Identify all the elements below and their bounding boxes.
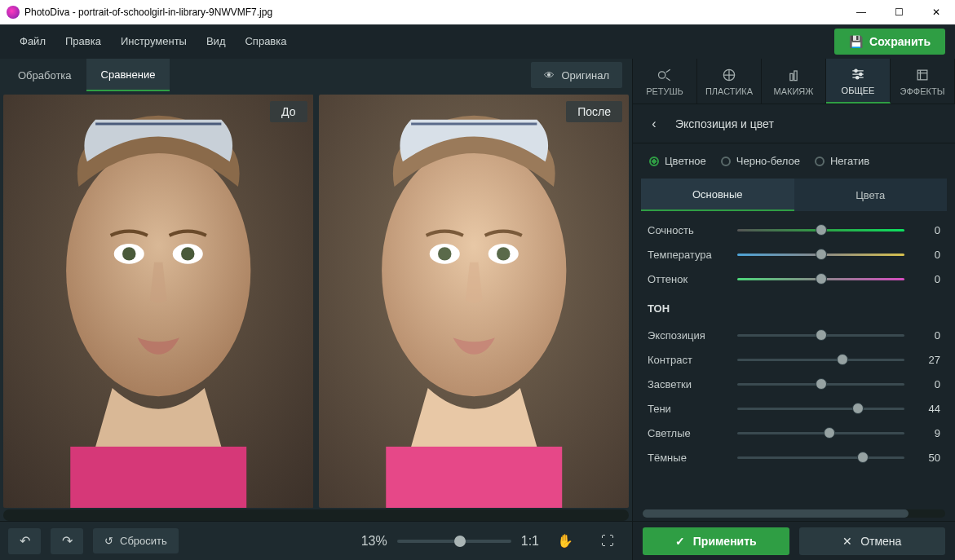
bottom-toolbar: ↶ ↷ ↺ Сбросить 13% 1:1 ✋ ⛶ (0, 521, 632, 560)
maximize-button[interactable]: ☐ (880, 0, 917, 24)
slider-tint[interactable]: Оттенок 0 (648, 267, 940, 291)
cancel-button[interactable]: ✕ Отмена (799, 527, 946, 555)
tool-retouch[interactable]: РЕТУШЬ (633, 59, 697, 104)
radio-color[interactable]: Цветное (649, 155, 706, 167)
color-mode-radios: Цветное Черно-белое Негатив (633, 143, 955, 179)
tool-makeup[interactable]: МАКИЯЖ (762, 59, 826, 104)
slider-blacks[interactable]: Тёмные 50 (648, 445, 940, 470)
sliders-area: Сочность 0 Температура 0 Оттенок 0 ТОН Э… (633, 211, 955, 509)
zoom-slider[interactable] (397, 540, 511, 543)
svg-point-5 (181, 247, 194, 260)
check-icon: ✓ (675, 535, 685, 548)
menu-file[interactable]: Файл (10, 24, 55, 59)
svg-rect-21 (917, 70, 927, 80)
radio-bw[interactable]: Черно-белое (721, 155, 800, 167)
fullscreen-button[interactable]: ⛶ (591, 528, 624, 554)
retouch-icon (657, 67, 673, 83)
svg-point-3 (122, 247, 135, 260)
radio-negative[interactable]: Негатив (815, 155, 869, 167)
svg-point-14 (659, 71, 665, 77)
image-before[interactable]: До (3, 95, 314, 508)
svg-point-19 (860, 73, 862, 75)
original-toggle[interactable]: 👁 Оригинал (531, 62, 622, 88)
badge-after: После (566, 101, 622, 122)
svg-point-18 (855, 69, 857, 72)
tool-general[interactable]: ОБЩЕЕ (826, 59, 891, 104)
sliders-icon (850, 66, 866, 82)
slider-exposure[interactable]: Экспозиция 0 (648, 323, 940, 347)
close-button[interactable]: ✕ (917, 0, 955, 24)
slider-saturation[interactable]: Сочность 0 (648, 218, 940, 242)
subtab-basic[interactable]: Основные (641, 179, 794, 211)
slider-temperature[interactable]: Температура 0 (648, 242, 940, 267)
tool-plastic[interactable]: ПЛАСТИКА (697, 59, 762, 104)
reset-icon: ↺ (104, 535, 113, 547)
reset-button[interactable]: ↺ Сбросить (93, 528, 179, 553)
panel-title: Экспозиция и цвет (675, 117, 774, 130)
image-hscrollbar[interactable] (3, 509, 629, 521)
app-logo-icon (7, 6, 20, 19)
svg-rect-16 (790, 73, 793, 80)
svg-point-10 (438, 247, 451, 260)
undo-icon: ↶ (20, 533, 30, 549)
save-icon: 💾 (849, 35, 863, 48)
zoom-1to1[interactable]: 1:1 (521, 534, 539, 549)
apply-button[interactable]: ✓ Применить (643, 527, 789, 555)
menu-view[interactable]: Вид (197, 24, 236, 59)
tab-process[interactable]: Обработка (3, 59, 86, 91)
plastic-icon (721, 67, 737, 83)
slider-whites[interactable]: Светлые 9 (648, 421, 940, 445)
menu-edit[interactable]: Правка (55, 24, 111, 59)
minimize-button[interactable]: — (842, 0, 880, 24)
controls-panel: РЕТУШЬ ПЛАСТИКА МАКИЯЖ ОБЩЕЕ ЭФФЕКТЫ ‹ Э… (632, 59, 955, 560)
badge-before: До (270, 101, 307, 122)
svg-rect-6 (70, 447, 246, 508)
svg-rect-13 (386, 447, 562, 508)
undo-button[interactable]: ↶ (8, 528, 41, 554)
menubar: Файл Правка Инструменты Вид Справка 💾 Со… (0, 24, 955, 59)
back-button[interactable]: ‹ (646, 117, 662, 131)
effects-icon (914, 67, 931, 83)
subtab-colors[interactable]: Цвета (794, 179, 948, 211)
redo-button[interactable]: ↷ (51, 528, 83, 554)
image-panel: Обработка Сравнение 👁 Оригинал (0, 59, 632, 560)
tool-effects[interactable]: ЭФФЕКТЫ (891, 59, 955, 104)
redo-icon: ↷ (62, 533, 73, 549)
section-tone: ТОН (648, 291, 940, 323)
panel-header: ‹ Экспозиция и цвет (633, 104, 955, 143)
makeup-icon (785, 67, 802, 83)
chevron-left-icon: ‹ (652, 117, 656, 130)
hand-icon: ✋ (557, 533, 573, 549)
slider-contrast[interactable]: Контраст 27 (648, 347, 940, 372)
window-title: PhotoDiva - portrait-of-schoolgirl-in-li… (24, 7, 842, 18)
portrait-after (319, 95, 629, 508)
tab-compare[interactable]: Сравнение (86, 59, 170, 91)
x-icon: ✕ (842, 535, 852, 548)
fullscreen-icon: ⛶ (601, 534, 614, 549)
slider-highlights[interactable]: Засветки 0 (648, 372, 940, 396)
save-button[interactable]: 💾 Сохранить (834, 29, 945, 55)
menu-help[interactable]: Справка (235, 24, 296, 59)
portrait-before (3, 95, 313, 508)
image-after[interactable]: После (319, 95, 630, 508)
svg-point-12 (497, 247, 510, 260)
zoom-percent: 13% (361, 534, 387, 549)
eye-icon: 👁 (544, 69, 555, 82)
slider-shadows[interactable]: Тени 44 (648, 396, 940, 421)
hand-tool-button[interactable]: ✋ (549, 528, 581, 554)
svg-point-20 (856, 76, 859, 78)
titlebar: PhotoDiva - portrait-of-schoolgirl-in-li… (0, 0, 955, 24)
panel-hscrollbar[interactable] (643, 509, 945, 518)
menu-tools[interactable]: Инструменты (111, 24, 197, 59)
svg-rect-17 (794, 71, 797, 81)
